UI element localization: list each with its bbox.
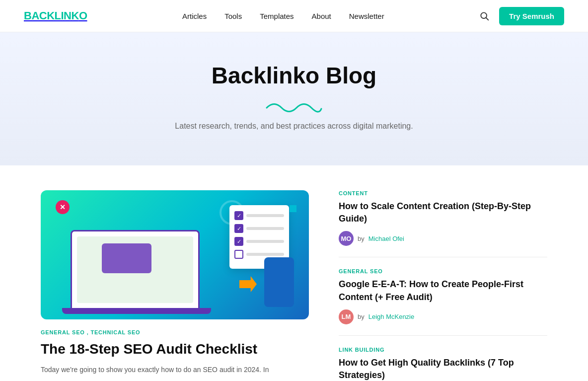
sidebar-post-2: GENERAL SEO Google E-E-A-T: How to Creat… — [339, 257, 547, 335]
check-item-1: ✓ — [234, 211, 284, 220]
check-line-4 — [246, 253, 284, 256]
featured-post-excerpt: Today we're going to show you exactly ho… — [41, 364, 309, 375]
post-2-author-row: LM by Leigh McKenzie — [339, 309, 547, 324]
check-line — [246, 214, 284, 217]
try-semrush-button[interactable]: Try Semrush — [499, 7, 564, 25]
post-1-author-row: MO by Michael Ofei — [339, 231, 547, 246]
post-3-title: How to Get High Quality Backlinks (7 Top… — [339, 357, 547, 381]
featured-post: ✕ ✓ — [41, 190, 309, 376]
post-3-category: LINK BUILDING — [339, 347, 547, 353]
wave-chart — [129, 236, 174, 241]
logo: BACKLINKO — [24, 9, 87, 22]
header-actions: Try Semrush — [479, 7, 564, 25]
nav-templates[interactable]: Templates — [260, 12, 294, 20]
nav-about[interactable]: About — [312, 12, 331, 20]
post-2-category: GENERAL SEO — [339, 268, 547, 274]
nav-tools[interactable]: Tools — [224, 12, 242, 20]
sidebar-post-1: CONTENT How to Scale Content Creation (S… — [339, 190, 547, 257]
nav-articles[interactable]: Articles — [182, 12, 207, 20]
logo-link[interactable]: BACKLINKO — [24, 9, 87, 22]
post-2-by-label: by — [358, 313, 365, 320]
post-2-avatar-placeholder: LM — [339, 309, 354, 324]
check-item-3: ✓ — [234, 237, 284, 246]
check-line-2 — [246, 227, 284, 230]
post-1-category: CONTENT — [339, 190, 547, 196]
x-badge: ✕ — [56, 200, 70, 214]
teal-square — [290, 205, 296, 212]
hero-subtitle: Latest research, trends, and best practi… — [165, 122, 423, 131]
laptop-screen — [77, 236, 193, 303]
featured-post-title: The 18-Step SEO Audit Checklist — [41, 340, 309, 358]
nav-newsletter[interactable]: Newsletter — [349, 12, 384, 20]
checkbox-empty — [234, 250, 243, 259]
arrow-decoration — [239, 276, 257, 292]
laptop-illustration — [71, 230, 200, 309]
main-nav: Articles Tools Templates About Newslette… — [182, 12, 384, 20]
checkbox-checked: ✓ — [234, 211, 243, 220]
sidebar-posts: CONTENT How to Scale Content Creation (S… — [339, 190, 547, 381]
site-header: BACKLINKO Articles Tools Templates About… — [0, 0, 588, 32]
post-2-author-link[interactable]: Leigh McKenzie — [368, 313, 415, 320]
check-line-3 — [246, 240, 284, 243]
phone-illustration — [264, 257, 294, 307]
check-item-2: ✓ — [234, 224, 284, 233]
search-button[interactable] — [479, 11, 489, 21]
purple-box — [102, 243, 151, 273]
search-icon — [479, 11, 489, 21]
post-2-title: Google E-E-A-T: How to Create People-Fir… — [339, 278, 547, 303]
post-1-author-link[interactable]: Michael Ofei — [368, 235, 404, 242]
featured-post-categories: GENERAL SEO, TECHNICAL SEO — [41, 329, 309, 335]
main-content: ✕ ✓ — [21, 190, 567, 381]
checkbox-checked-3: ✓ — [234, 237, 243, 246]
hero-title: Backlinko Blog — [10, 62, 578, 89]
featured-post-image: ✕ ✓ — [41, 190, 309, 319]
hero-wave-decoration — [264, 98, 324, 113]
illustration: ✕ ✓ — [41, 190, 309, 319]
post-2-author-avatar: LM — [339, 309, 354, 324]
svg-line-1 — [486, 18, 489, 20]
post-1-title: How to Scale Content Creation (Step-By-S… — [339, 200, 547, 225]
hero-section: Backlinko Blog Latest research, trends, … — [0, 32, 588, 165]
checkbox-checked-2: ✓ — [234, 224, 243, 233]
post-1-author-avatar: MO — [339, 231, 354, 246]
sidebar-post-3: LINK BUILDING How to Get High Quality Ba… — [339, 336, 547, 381]
post-1-avatar-placeholder: MO — [339, 231, 354, 246]
post-1-by-label: by — [358, 235, 365, 242]
